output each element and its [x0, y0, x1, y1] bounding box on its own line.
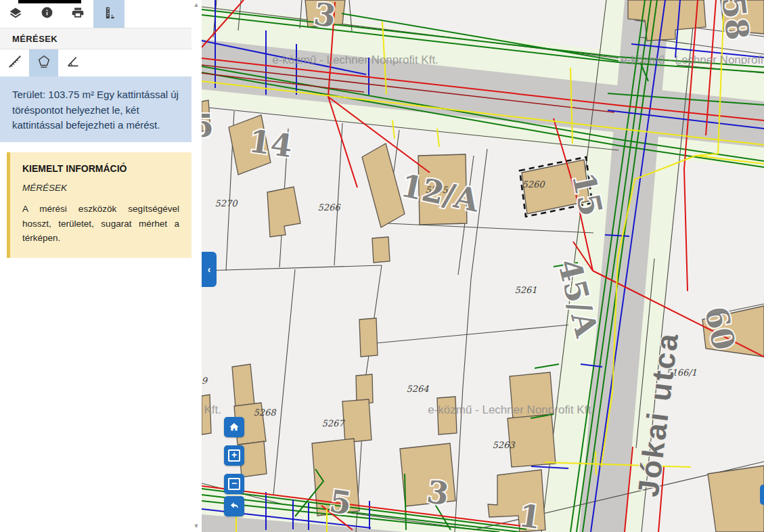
angle-icon [66, 54, 81, 72]
map-label-parcel: 5268 [253, 407, 277, 418]
map-label-parcel: 5264 [406, 384, 429, 394]
map-label-house: 1 [516, 497, 543, 532]
print-icon [71, 6, 85, 22]
map-label-watermark: r Kft. [202, 403, 221, 416]
map-label-house: 5 [202, 108, 214, 144]
home-icon [229, 422, 240, 433]
map-label-house: 58 [715, 0, 756, 42]
tab-print[interactable] [62, 0, 93, 28]
map-label-watermark: e-közmű - Lechner Nonprofit Kft. [621, 53, 764, 66]
info-icon [41, 6, 53, 22]
map-viewport[interactable]: e-közmű - Lechner Nonprofit Kft.e-közmű … [202, 0, 764, 532]
ekozmu-map-application: MÉRÉSEK Terület: 103.75 m² Egy kattintás… [0, 0, 764, 532]
measurement-hint-text: Terület: 103.75 m² Egy kattintással új t… [12, 89, 179, 131]
measure-area-tool[interactable] [29, 49, 58, 76]
map-label-parcel: 5266 [317, 202, 341, 213]
ruler-icon [102, 6, 116, 22]
top-black-bar [18, 0, 81, 3]
panel-collapse-button[interactable]: ‹ [202, 252, 217, 287]
tab-layers[interactable] [0, 0, 31, 28]
length-ruler-icon [7, 54, 22, 72]
map-label-parcel: 5267 [321, 418, 345, 428]
measure-length-tool[interactable] [0, 49, 29, 76]
map-label-parcel: 5263 [492, 440, 516, 450]
tab-info[interactable] [31, 0, 62, 28]
map-label-watermark: e-közmű - Lechner Nonprofit Kft. [272, 53, 439, 66]
panel-header: MÉRÉSEK [0, 28, 192, 49]
top-toolbar [0, 0, 192, 28]
map-label-parcel: 5261 [514, 285, 537, 295]
undo-arrow-icon [229, 501, 240, 512]
measure-tools [0, 49, 192, 76]
scrollbar-up-arrow[interactable]: ▲ [192, 1, 200, 8]
highlight-title: KIEMELT INFORMÁCIÓ [22, 163, 179, 174]
layers-icon [9, 6, 22, 22]
home-button[interactable] [224, 417, 244, 437]
measure-angle-tool[interactable] [58, 49, 87, 76]
highlight-info-box: KIEMELT INFORMÁCIÓ MÉRÉSEK A mérési eszk… [7, 152, 192, 258]
chevron-left-icon: ‹ [208, 264, 211, 275]
scrollbar-down-arrow[interactable]: ▼ [192, 523, 200, 529]
zoom-out-button[interactable]: − [224, 474, 244, 494]
highlight-body: A mérési eszközök segítségével hosszt, t… [22, 202, 179, 246]
map-label-parcel: 5270 [215, 198, 238, 208]
plus-square-icon: + [228, 449, 240, 462]
tab-measure[interactable] [93, 0, 125, 28]
zoom-in-button[interactable]: + [224, 445, 244, 466]
sidebar: MÉRÉSEK Terület: 103.75 m² Egy kattintás… [0, 0, 202, 532]
partial-edge-widget [760, 485, 764, 505]
undo-button[interactable] [224, 496, 244, 516]
measurement-hint-box: Terület: 103.75 m² Egy kattintással új t… [0, 76, 192, 142]
panel-title-text: MÉRÉSEK [0, 34, 58, 44]
highlight-subtitle: MÉRÉSEK [22, 183, 179, 193]
map-canvas: e-közmű - Lechner Nonprofit Kft.e-közmű … [202, 0, 764, 532]
map-label-house: 14 [247, 123, 295, 164]
map-label-parcel: 5260 [522, 179, 545, 190]
minus-square-icon: − [228, 478, 240, 490]
area-pentagon-icon [37, 54, 51, 72]
map-label-watermark: e-közmű - Lechner Nonprofit Kft. [428, 403, 594, 416]
